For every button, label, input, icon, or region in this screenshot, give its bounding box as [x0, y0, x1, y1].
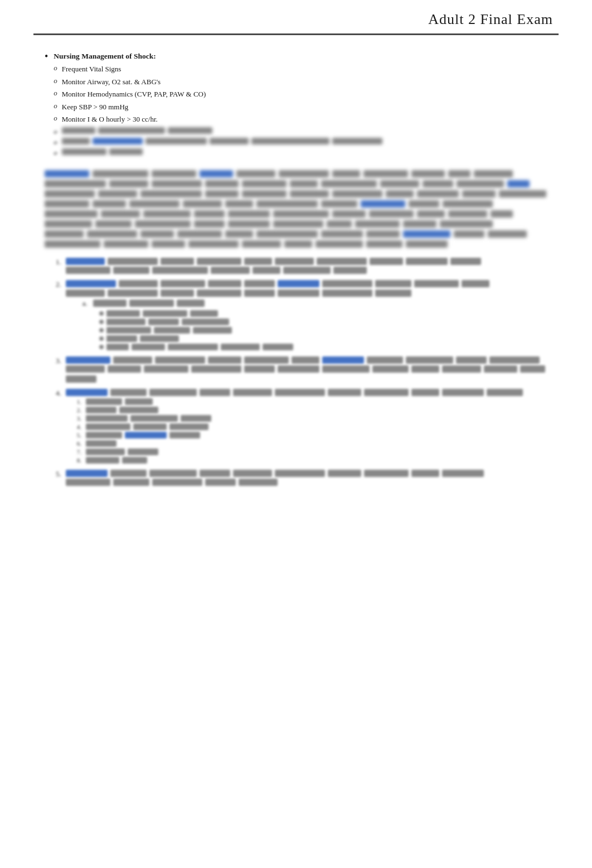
list-item-text: Keep SBP > 90 mmHg	[62, 102, 129, 113]
numbered-item-2: 2.	[56, 280, 547, 352]
numbered-item-5: 5.	[56, 470, 547, 488]
sub-marker: o	[54, 89, 57, 98]
numbered-item-4: 4.	[56, 389, 547, 465]
content-area: • Nursing Management of Shock: o Frequen…	[33, 52, 559, 488]
page-title: Adult 2 Final Exam	[428, 11, 559, 28]
sub-marker: o	[54, 114, 57, 123]
blurred-paragraph-1	[45, 170, 547, 248]
numbered-sections: 1.	[45, 258, 547, 488]
numbered-item-3: 3.	[56, 356, 547, 384]
nursing-management-heading: Nursing Management of Shock:	[54, 52, 547, 61]
sub-marker: o	[54, 102, 57, 110]
page-container: Adult 2 Final Exam • Nursing Management …	[0, 0, 592, 868]
sub-marker: o	[54, 64, 57, 73]
numbered-item-1: 1.	[56, 258, 547, 276]
list-item-text: Monitor Airway, O2 sat. & ABG's	[62, 76, 161, 88]
sub-marker: o	[54, 148, 57, 157]
blurred-list-item-1: o	[54, 127, 547, 136]
nursing-management-section: • Nursing Management of Shock: o Frequen…	[45, 52, 547, 159]
sub-marker: o	[54, 138, 57, 147]
sub-marker: o	[54, 127, 57, 136]
list-item: o Keep SBP > 90 mmHg	[54, 102, 547, 113]
list-item: o Frequent Vital Signs	[54, 64, 547, 75]
sub-marker: o	[54, 76, 57, 85]
list-item: o Monitor Airway, O2 sat. & ABG's	[54, 76, 547, 88]
header-area: Adult 2 Final Exam	[33, 11, 559, 35]
nursing-management-list: o Frequent Vital Signs o Monitor Airway,…	[54, 64, 547, 157]
blurred-list-item-2: o	[54, 138, 547, 147]
list-item: o Monitor I & O hourly > 30 cc/hr.	[54, 114, 547, 125]
list-item: o Monitor Hemodynamics (CVP, PAP, PAW & …	[54, 89, 547, 100]
bullet-dot: •	[45, 51, 48, 62]
blurred-list-item-3: o	[54, 148, 547, 157]
list-item-text: Monitor I & O hourly > 30 cc/hr.	[62, 114, 158, 125]
bullet-content: Nursing Management of Shock: o Frequent …	[54, 52, 547, 159]
list-item-text: Monitor Hemodynamics (CVP, PAP, PAW & CO…	[62, 89, 206, 100]
list-item-text: Frequent Vital Signs	[62, 64, 122, 75]
